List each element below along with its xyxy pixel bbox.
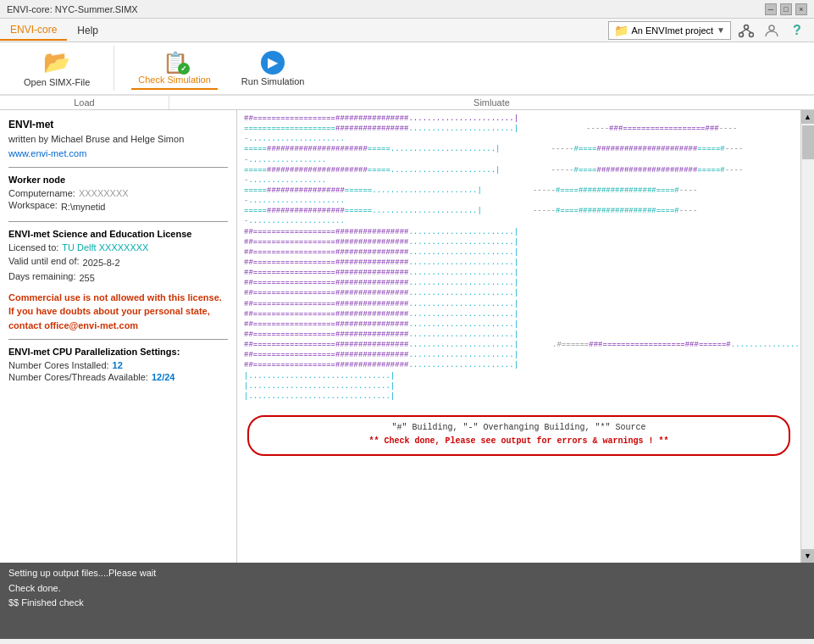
svg-point-0 <box>745 25 749 29</box>
menu-item-help[interactable]: Help <box>67 21 108 40</box>
open-folder-icon: 📂 <box>43 49 70 75</box>
svg-line-4 <box>746 29 751 32</box>
project-area: 📁 An ENVImet project ▼ ? <box>608 20 815 41</box>
toolbar: 📂 Open SIMX-File 📋 ✓ Check Simulation ▶ … <box>0 42 814 96</box>
legend-line2: ** Check done, Please see output for err… <box>259 436 778 447</box>
close-button[interactable]: × <box>795 3 807 15</box>
sidebar-authors: written by Michael Bruse and Helge Simon <box>8 132 228 147</box>
open-simx-label: Open SIMX-File <box>24 77 90 87</box>
sim-output-lines: ##==================################....… <box>244 114 794 412</box>
simulation-output[interactable]: ##==================################....… <box>237 110 800 563</box>
valid-until-row: Valid until end of: 2025-8-2 <box>8 256 228 270</box>
days-remaining-row: Days remaining: 255 <box>8 271 228 286</box>
sidebar-divider-3 <box>8 339 228 340</box>
sidebar-divider-2 <box>8 221 228 222</box>
open-simx-button[interactable]: 📂 Open SIMX-File <box>17 46 97 91</box>
scroll-track[interactable] <box>801 124 814 549</box>
user-icon[interactable] <box>761 20 782 41</box>
licensed-to-value: TU Delft XXXXXXXX <box>62 242 148 253</box>
toolbar-load-section: 📂 Open SIMX-File <box>0 46 114 91</box>
check-simulation-label: Check Simulation <box>138 75 211 85</box>
sidebar-license-title: ENVI-met Science and Education License <box>8 229 228 239</box>
titlebar-title: ENVI-core: NYC-Summer.SIMX <box>7 4 138 14</box>
check-simulation-button[interactable]: 📋 ✓ Check Simulation <box>131 47 218 90</box>
toolbar-simulate-section: 📋 ✓ Check Simulation ▶ Run Simulation <box>114 46 328 91</box>
menubar: ENVI-core Help 📁 An ENVImet project ▼ ? <box>0 19 814 42</box>
statusbar-line3: $$ Finished check <box>8 596 806 611</box>
maximize-button[interactable]: □ <box>780 3 792 15</box>
cores-available-row: Number Cores/Threads Available: 12/24 <box>8 372 228 382</box>
svg-point-5 <box>769 25 774 31</box>
svg-line-3 <box>741 29 746 32</box>
sidebar-dates: Valid until end of: 2025-8-2 Days remain… <box>8 256 228 286</box>
run-simulation-label: Run Simulation <box>241 76 305 86</box>
minimize-button[interactable]: ─ <box>765 3 777 15</box>
statusbar-line2: Check done. <box>8 581 806 597</box>
cores-available-label: Number Cores/Threads Available: <box>8 372 148 382</box>
sidebar: ENVI-met written by Michael Bruse and He… <box>0 110 237 563</box>
sidebar-cpu-title: ENVI-met CPU Parallelization Settings: <box>8 347 228 357</box>
sidebar-commercial-warning: Commercial use is not allowed with this … <box>8 291 228 333</box>
svg-point-2 <box>750 32 754 36</box>
scroll-thumb[interactable] <box>802 125 814 159</box>
days-remaining-value: 255 <box>79 271 94 286</box>
project-selector[interactable]: 📁 An ENVImet project ▼ <box>608 21 732 40</box>
legend-line1: "#" Building, "-" Overhanging Building, … <box>259 422 778 434</box>
menu-item-envi-core[interactable]: ENVI-core <box>0 20 67 41</box>
help-icon[interactable]: ? <box>787 20 807 41</box>
valid-until-label: Valid until end of: <box>8 256 80 270</box>
chevron-down-icon: ▼ <box>717 25 725 35</box>
sidebar-divider-1 <box>8 167 228 168</box>
statusbar-line1: Setting up output files....Please wait <box>8 566 806 581</box>
titlebar-controls: ─ □ × <box>765 3 807 15</box>
run-simulation-button[interactable]: ▶ Run Simulation <box>235 47 312 90</box>
folder-icon: 📁 <box>614 24 628 37</box>
scroll-down-button[interactable]: ▼ <box>801 549 815 563</box>
cores-installed-row: Number Cores Installed: 12 <box>8 360 228 370</box>
main-content: ENVI-met written by Michael Bruse and He… <box>0 110 814 563</box>
days-remaining-label: Days remaining: <box>8 271 75 286</box>
legend-box: "#" Building, "-" Overhanging Building, … <box>247 415 790 456</box>
sidebar-computername-row: Computername: XXXXXXXX <box>8 188 228 198</box>
project-label: An ENVImet project <box>632 25 714 36</box>
statusbar: Setting up output files....Please wait C… <box>0 563 814 639</box>
simulate-section-label: Simluate <box>169 96 814 109</box>
valid-until-value: 2025-8-2 <box>83 256 120 270</box>
run-icon: ▶ <box>261 51 285 75</box>
licensed-to-label: Licensed to: <box>8 242 58 253</box>
content-area: ##==================################....… <box>237 110 800 563</box>
svg-point-1 <box>739 32 744 36</box>
sidebar-workspace-row: Workspace: R:\mynetid <box>8 200 228 214</box>
sidebar-website[interactable]: www.envi-met.com <box>8 147 228 161</box>
cores-installed-label: Number Cores Installed: <box>8 360 109 370</box>
workspace-value: R:\mynetid <box>61 200 106 214</box>
check-badge: ✓ <box>178 63 190 75</box>
sidebar-app-name: ENVI-met <box>8 119 228 130</box>
toolbar-labels: Load Simluate <box>0 96 814 110</box>
workspace-label: Workspace: <box>8 200 58 214</box>
vertical-scrollbar[interactable]: ▲ ▼ <box>800 110 814 563</box>
sidebar-worker-title: Worker node <box>8 175 228 185</box>
cores-installed-value: 12 <box>113 360 123 370</box>
sidebar-licensed-to-row: Licensed to: TU Delft XXXXXXXX <box>8 242 228 253</box>
titlebar: ENVI-core: NYC-Summer.SIMX ─ □ × <box>0 0 814 19</box>
cores-available-value: 12/24 <box>152 372 175 382</box>
computername-value: XXXXXXXX <box>79 188 129 198</box>
load-section-label: Load <box>0 96 169 109</box>
network-icon[interactable] <box>736 20 756 41</box>
computername-label: Computername: <box>8 188 75 198</box>
check-icon-wrapper: 📋 ✓ <box>163 51 186 73</box>
scroll-up-button[interactable]: ▲ <box>801 110 815 124</box>
